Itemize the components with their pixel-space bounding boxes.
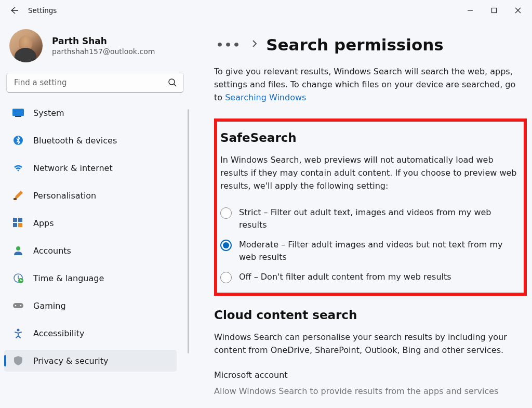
cloud-ms-account-desc: Allow Windows Search to provide results … bbox=[214, 385, 527, 398]
sidebar-item-label: Accessibility bbox=[33, 328, 84, 338]
sidebar-item-label: Bluetooth & devices bbox=[33, 136, 117, 146]
sidebar-item-label: Apps bbox=[33, 218, 54, 228]
cloud-desc: Windows Search can personalise your sear… bbox=[214, 331, 527, 357]
sidebar-item-gaming[interactable]: Gaming bbox=[4, 295, 177, 317]
system-icon bbox=[12, 107, 24, 119]
nav: System Bluetooth & devices Network & int… bbox=[4, 102, 186, 408]
svg-rect-13 bbox=[13, 303, 23, 308]
svg-rect-9 bbox=[18, 223, 22, 227]
clock-icon bbox=[12, 272, 24, 284]
svg-point-14 bbox=[15, 305, 17, 307]
cloud-title: Cloud content search bbox=[214, 308, 527, 322]
breadcrumb-parent-dots[interactable]: ••• bbox=[214, 37, 243, 52]
shield-icon bbox=[12, 355, 24, 366]
sidebar-item-apps[interactable]: Apps bbox=[4, 212, 177, 234]
radio-label: Strict – Filter out adult text, images a… bbox=[239, 206, 518, 231]
search-icon bbox=[168, 78, 177, 87]
svg-rect-8 bbox=[13, 223, 17, 227]
search-input[interactable] bbox=[14, 78, 168, 87]
svg-point-15 bbox=[20, 305, 22, 307]
accounts-icon bbox=[12, 245, 24, 256]
safesearch-desc: In Windows Search, web previews will not… bbox=[220, 154, 518, 192]
sidebar-item-label: Privacy & security bbox=[33, 356, 108, 366]
breadcrumb: ••• Search permissions bbox=[214, 35, 527, 54]
minimize-button[interactable] bbox=[458, 3, 482, 18]
titlebar: Settings bbox=[0, 0, 532, 21]
svg-point-10 bbox=[16, 246, 20, 251]
radio-icon bbox=[220, 272, 232, 283]
maximize-button[interactable] bbox=[482, 3, 506, 18]
search-box[interactable] bbox=[6, 73, 184, 93]
safesearch-title: SafeSearch bbox=[220, 131, 518, 144]
apps-icon bbox=[12, 217, 24, 229]
content: ••• Search permissions To give you relev… bbox=[190, 21, 532, 408]
sidebar-item-system[interactable]: System bbox=[4, 102, 177, 124]
radio-icon bbox=[220, 207, 232, 219]
sidebar-item-label: System bbox=[33, 108, 64, 118]
safesearch-option-strict[interactable]: Strict – Filter out adult text, images a… bbox=[220, 206, 518, 231]
radio-label: Moderate – Filter adult images and video… bbox=[239, 239, 518, 264]
sidebar-item-label: Accounts bbox=[33, 246, 71, 256]
sidebar-item-bluetooth[interactable]: Bluetooth & devices bbox=[4, 129, 177, 151]
back-button[interactable] bbox=[7, 4, 21, 17]
svg-rect-3 bbox=[15, 116, 21, 117]
sidebar-item-accounts[interactable]: Accounts bbox=[4, 240, 177, 261]
radio-icon bbox=[220, 240, 232, 251]
profile-block[interactable]: Parth Shah parthshah157@outlook.com bbox=[4, 25, 186, 73]
sidebar-item-label: Network & internet bbox=[33, 163, 113, 173]
chevron-right-icon bbox=[251, 40, 258, 50]
close-button[interactable] bbox=[506, 3, 530, 18]
sidebar-item-network[interactable]: Network & internet bbox=[4, 157, 177, 179]
profile-name: Parth Shah bbox=[52, 36, 155, 46]
sidebar: Parth Shah parthshah157@outlook.com bbox=[0, 21, 190, 408]
svg-rect-2 bbox=[12, 109, 24, 116]
intro-text: To give you relevant results, Windows Se… bbox=[214, 65, 527, 104]
svg-point-16 bbox=[17, 329, 20, 332]
brush-icon bbox=[12, 190, 24, 201]
svg-rect-0 bbox=[492, 8, 497, 13]
page-title: Search permissions bbox=[266, 35, 444, 54]
sidebar-item-time[interactable]: Time & language bbox=[4, 267, 177, 289]
scrollbar-thumb[interactable] bbox=[188, 109, 189, 353]
svg-rect-5 bbox=[14, 198, 17, 200]
accessibility-icon bbox=[12, 327, 24, 339]
avatar bbox=[9, 29, 43, 62]
cloud-ms-account-title: Microsoft account bbox=[214, 370, 527, 380]
wifi-icon bbox=[12, 162, 24, 174]
window-title: Settings bbox=[28, 6, 57, 15]
searching-windows-link[interactable]: Searching Windows bbox=[225, 93, 306, 102]
sidebar-item-label: Gaming bbox=[33, 301, 66, 311]
svg-point-1 bbox=[169, 79, 175, 85]
sidebar-item-personalisation[interactable]: Personalisation bbox=[4, 185, 177, 206]
svg-rect-6 bbox=[13, 218, 17, 222]
bluetooth-icon bbox=[12, 135, 24, 146]
safesearch-option-moderate[interactable]: Moderate – Filter adult images and video… bbox=[220, 239, 518, 264]
radio-label: Off – Don't filter adult content from my… bbox=[239, 271, 451, 283]
safesearch-highlight: SafeSearch In Windows Search, web previe… bbox=[214, 119, 527, 295]
sidebar-item-label: Personalisation bbox=[33, 191, 96, 201]
sidebar-item-accessibility[interactable]: Accessibility bbox=[4, 322, 177, 344]
sidebar-item-privacy[interactable]: Privacy & security bbox=[4, 350, 177, 372]
profile-email: parthshah157@outlook.com bbox=[52, 47, 155, 56]
safesearch-option-off[interactable]: Off – Don't filter adult content from my… bbox=[220, 271, 518, 283]
svg-rect-7 bbox=[18, 218, 22, 222]
sidebar-item-label: Time & language bbox=[33, 273, 104, 283]
gaming-icon bbox=[12, 300, 24, 311]
